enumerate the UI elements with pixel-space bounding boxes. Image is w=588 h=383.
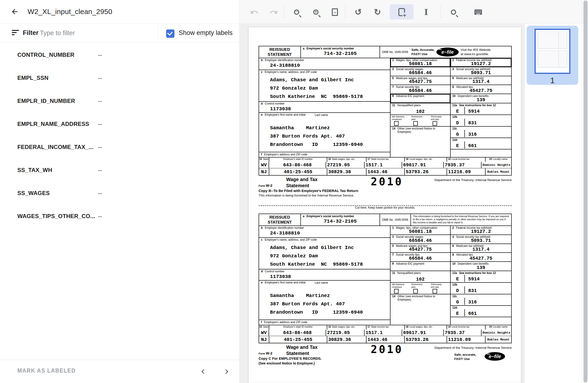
- w2-form-copy-b: REISSUEDSTATEMENT aEmployee's social sec…: [259, 46, 512, 198]
- vertical-scrollbar[interactable]: [584, 0, 588, 383]
- keyboard-icon: [474, 8, 483, 17]
- w2-form-copy-c: REISSUEDSTATEMENT aEmployee's social sec…: [259, 214, 512, 365]
- fit-to-page-icon: ‹›: [332, 8, 338, 16]
- page-thumbnails-panel: 1: [525, 24, 582, 383]
- label-row-emplr-id-number[interactable]: EMPLR_ID_NUMBER --: [0, 89, 239, 112]
- page-thumbnail[interactable]: [535, 29, 570, 74]
- third-party-sick-pay-checkbox: [433, 289, 437, 293]
- search-icon: [451, 9, 456, 15]
- label-row-control-number[interactable]: CONTROL_NUMBER --: [0, 43, 239, 66]
- w2-box-12b: 12b D831: [451, 283, 511, 294]
- bottom-action-bar: MARK AS LABELED: [0, 360, 239, 383]
- w2-box-12-empty: [451, 149, 511, 157]
- w2-box-12c: 12c G316: [451, 127, 511, 138]
- toolbar-divider: [441, 5, 441, 19]
- w2-box-e-employee: eEmployee's first name and initial Last …: [259, 113, 390, 152]
- w2-document-page[interactable]: REISSUEDSTATEMENT aEmployee's social sec…: [248, 27, 521, 383]
- filter-input[interactable]: [40, 28, 149, 39]
- w2-box-11: 11Nonqualified plans 102: [391, 103, 450, 115]
- text-cursor-tool[interactable]: I: [421, 7, 432, 18]
- cut-here-divider: Cut here. Keep lower portion for your re…: [259, 205, 512, 209]
- back-button[interactable]: [9, 6, 20, 17]
- w2-box-8: 8Allocated tips 45427.75: [451, 253, 511, 262]
- filter-bar: Filter Show empty labels: [0, 24, 239, 42]
- show-empty-labels-checkbox[interactable]: [166, 29, 174, 38]
- label-row-federal-income-tax[interactable]: FEDERAL_INCOME_TAX_... --: [0, 135, 239, 159]
- label-row-ss-wages[interactable]: SS_WAGES --: [0, 181, 239, 204]
- w2-box-12c: 12c G316: [451, 294, 511, 306]
- page-thumbnail-preview: [538, 32, 567, 49]
- w2-box-5: 5Medicare wages and tips 45427.75: [391, 244, 450, 253]
- label-row-empl-ssn[interactable]: EMPL_SSN --: [0, 66, 239, 89]
- w2-box-12-empty: [451, 317, 511, 325]
- w2-box-7: 7Social security tips 66584.46: [391, 85, 450, 94]
- add-bounding-box-icon: [398, 8, 405, 16]
- search-button[interactable]: [448, 7, 459, 18]
- divider: [582, 0, 582, 383]
- w2-box-1: 1Wages, tips, other compensation 56081.1…: [391, 58, 450, 67]
- rotate-left-button[interactable]: ↺: [353, 7, 364, 18]
- label-row-emplr-name-address[interactable]: EMPLR_NAME_ADDRESS --: [0, 112, 239, 135]
- statutory-employee-checkbox: [394, 289, 399, 293]
- show-empty-labels-label: Show empty labels: [179, 29, 233, 37]
- w2-footer-copy-c: Form W-2 Wage and TaxStatement 2010 Depa…: [259, 344, 512, 365]
- fit-to-page-button[interactable]: ‹›: [329, 7, 340, 18]
- previous-page-button[interactable]: [198, 366, 208, 377]
- w2-box-e-employee: eEmployee's first name and initial Last …: [259, 281, 390, 320]
- w2-box-9: 9Advance EIC payment: [391, 262, 450, 271]
- zoom-out-icon: −: [294, 9, 299, 15]
- w2-omb-number: OMB No. 1545-0008: [380, 46, 410, 58]
- arrow-back-icon: [11, 8, 19, 16]
- w2-box-2: 2Federal income tax withheld 19127.2: [451, 58, 511, 67]
- w2-irs-website: Visit the IRS Websiteat www.irs.gov/efil…: [461, 48, 491, 56]
- add-bounding-box-tool[interactable]: [396, 7, 407, 18]
- w2-box-c-employer: cEmployer's name, address, and ZIP code …: [259, 238, 390, 269]
- w2-omb-number: OMB No. 1545-0008: [380, 214, 410, 225]
- w2-box-5: 5Medicare wages and tips 45427.75: [391, 76, 450, 85]
- w2-box-14: 14Other (see enclosed Notice to Employee…: [391, 127, 450, 157]
- page-thumbnail-selected[interactable]: 1: [527, 26, 578, 85]
- zoom-in-button[interactable]: +: [310, 7, 321, 18]
- label-value: --: [98, 98, 102, 104]
- checkmark-icon: [167, 30, 172, 36]
- label-value: --: [98, 190, 102, 197]
- mark-as-labeled-button[interactable]: MARK AS LABELED: [17, 367, 76, 374]
- label-row-ss-tax-wh[interactable]: SS_TAX_WH --: [0, 159, 239, 181]
- document-canvas: REISSUEDSTATEMENT aEmployee's social sec…: [240, 24, 525, 383]
- text-cursor-icon: I: [424, 8, 428, 16]
- filter-icon: [12, 30, 20, 36]
- viewer-toolbar: − + ‹› ↺ ↻ I: [240, 0, 588, 23]
- w2-box-d-control-number: dControl number 1173038: [259, 102, 390, 113]
- undo-button[interactable]: [249, 7, 260, 18]
- chevron-left-icon: [198, 367, 208, 376]
- w2-state-table: 15State Employer's state ID number 16Sta…: [259, 325, 511, 343]
- w2-box-12d: 12d E661: [451, 138, 511, 149]
- redo-icon: [269, 8, 278, 16]
- w2-efile-slogan: Safe, Accurate,FAST! Use: [411, 48, 435, 56]
- w2-box-8: 8Allocated tips 45427.75: [451, 85, 511, 94]
- label-row-wages-tips-other[interactable]: WAGES_TIPS_OTHER_CO... --: [0, 204, 239, 228]
- w2-tax-year: 2010: [363, 343, 411, 356]
- w2-box-2: 2Federal income tax withheld 19127.2: [451, 226, 511, 235]
- redo-button[interactable]: [268, 7, 279, 18]
- w2-box-a-ssn: aEmployee's social security number 714-3…: [301, 46, 380, 58]
- w2-box-d-control-number: dControl number 1173038: [259, 269, 390, 281]
- w2-box-3: 3Social security wages 66584.46: [391, 67, 450, 76]
- w2-state-row-2: NJ 401-25-455 30829.36 1443.46 53793.26 …: [259, 168, 511, 175]
- w2-box-12a: 12aSee instructions for box 12 E5914: [451, 103, 511, 115]
- w2-state-table: 15State Employer's state ID number 16Sta…: [259, 158, 511, 175]
- next-page-button[interactable]: [222, 366, 232, 377]
- page-title: W2_XL_input_clean_2950: [28, 8, 112, 16]
- labels-list: CONTROL_NUMBER -- EMPL_SSN -- EMPLR_ID_N…: [0, 43, 239, 228]
- efile-logo: IRSe~file: [436, 47, 459, 57]
- keyboard-shortcuts-button[interactable]: [473, 7, 484, 18]
- zoom-out-button[interactable]: −: [291, 7, 302, 18]
- undo-icon: [250, 8, 259, 16]
- label-value: --: [98, 75, 102, 81]
- label-value: --: [98, 52, 102, 58]
- w2-box-4: 4Social security tax withheld 5093.71: [451, 235, 511, 244]
- statutory-employee-checkbox: [394, 121, 399, 126]
- rotate-right-button[interactable]: ↻: [372, 7, 383, 18]
- w2-reissued-statement: REISSUEDSTATEMENT: [259, 46, 301, 58]
- w2-footer-copy-b: Form W-2 Wage and TaxStatement 2010 Depa…: [259, 176, 512, 198]
